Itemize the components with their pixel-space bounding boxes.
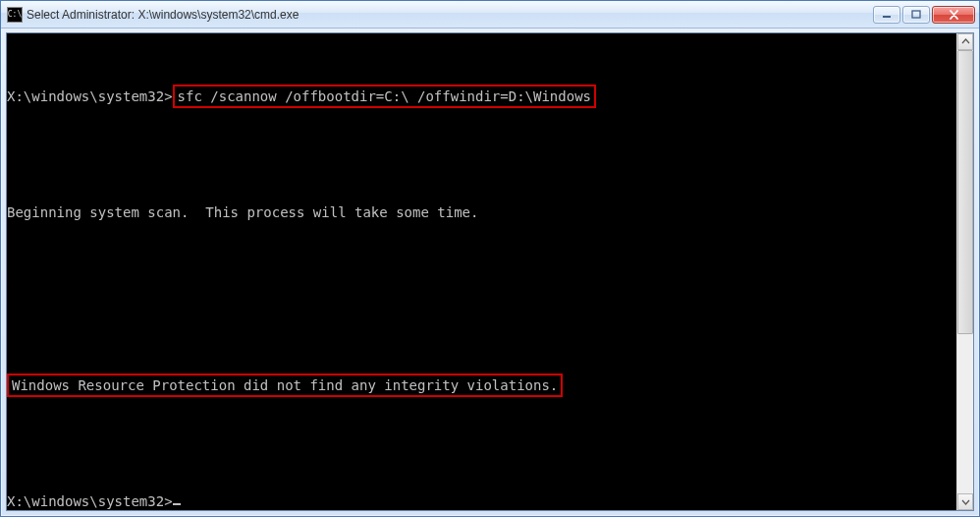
prompt-text-2: X:\windows\system32> (7, 491, 173, 510)
terminal-line-prompt: X:\windows\system32> (7, 491, 956, 510)
cmd-window: C:\ Select Administrator: X:\windows\sys… (0, 0, 980, 517)
window-controls (873, 6, 975, 24)
scan-message: Beginning system scan. This process will… (7, 202, 478, 222)
svg-rect-1 (912, 11, 920, 18)
chevron-down-icon (961, 497, 970, 506)
minimize-button[interactable] (873, 6, 900, 24)
close-button[interactable] (932, 6, 975, 24)
terminal-blank-line (7, 145, 956, 163)
scroll-track[interactable] (957, 50, 973, 493)
app-icon-text: C:\ (8, 11, 22, 19)
minimize-icon (882, 10, 892, 20)
prompt-text: X:\windows\system32> (7, 86, 173, 106)
chevron-up-icon (961, 37, 970, 46)
terminal-blank-line (7, 318, 956, 336)
maximize-button[interactable] (902, 6, 930, 24)
window-title: Select Administrator: X:\windows\system3… (27, 8, 873, 22)
close-icon (949, 10, 959, 20)
cursor (173, 503, 181, 505)
terminal-line-command: X:\windows\system32>sfc /scannow /offboo… (7, 86, 956, 106)
client-area: X:\windows\system32>sfc /scannow /offboo… (6, 32, 974, 511)
terminal-blank-line (7, 434, 956, 452)
terminal-blank-line (7, 261, 956, 279)
terminal-line-result: Windows Resource Protection did not find… (7, 375, 956, 395)
terminal-line-scan: Beginning system scan. This process will… (7, 202, 956, 222)
scroll-up-button[interactable] (957, 33, 973, 50)
vertical-scrollbar[interactable] (956, 33, 973, 510)
result-highlight: Windows Resource Protection did not find… (7, 373, 563, 397)
terminal[interactable]: X:\windows\system32>sfc /scannow /offboo… (7, 33, 956, 510)
maximize-icon (911, 10, 921, 20)
scroll-thumb[interactable] (957, 50, 973, 334)
scroll-down-button[interactable] (957, 493, 973, 510)
command-highlight: sfc /scannow /offbootdir=C:\ /offwindir=… (173, 85, 596, 108)
command-text: sfc /scannow /offbootdir=C:\ /offwindir=… (178, 86, 591, 106)
titlebar[interactable]: C:\ Select Administrator: X:\windows\sys… (1, 1, 979, 29)
result-message: Windows Resource Protection did not find… (12, 375, 558, 395)
app-icon: C:\ (7, 7, 23, 23)
svg-rect-0 (883, 16, 891, 18)
